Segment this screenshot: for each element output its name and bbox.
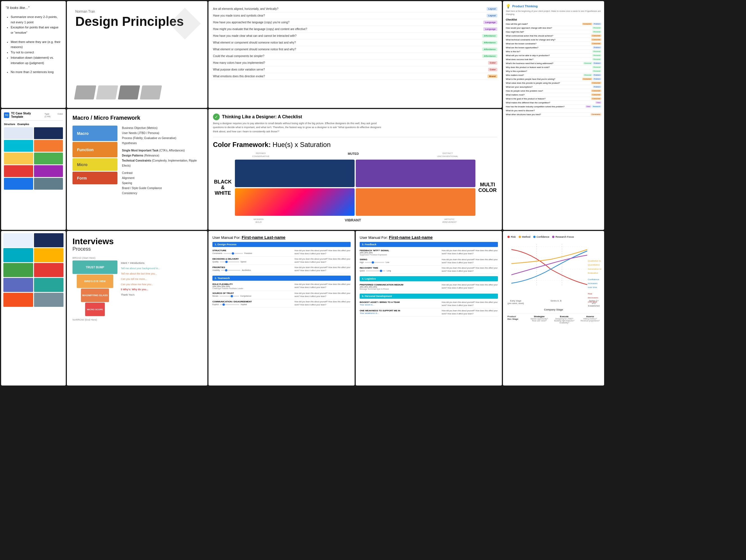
cf-subtitle-text: Hue(s) x Saturation	[272, 141, 331, 148]
um1-comm-row: COMMUNICATION / DISAGREEMENT Explicit Im…	[212, 299, 351, 308]
mm-desc-6: Design Patterns (Relevance)	[122, 153, 202, 158]
tc-case-study-card: TC TC Case Study Template Type (1:49) Co…	[1, 109, 66, 230]
screenshot-2	[34, 127, 63, 139]
tld-checkmark-icon: ✓	[213, 113, 220, 120]
um2-asset-label: BIGGEST ASSET / BRING TO A TEAM	[360, 301, 400, 304]
um1-slider-bar-2	[220, 261, 239, 262]
um1-decisions-slider: Quality Speed	[212, 261, 246, 263]
um1-trust-slider: Morals Competence	[212, 295, 252, 297]
um2-high: High	[360, 261, 364, 263]
col1-bullet-1: Summarize once every 2-3 points, not eve…	[11, 14, 61, 25]
int-labels-broad: BROAD (Start Here)	[73, 256, 202, 259]
um1-slider-bar-1	[223, 253, 243, 254]
questions-list: Are all elements aligned, horizontally, …	[213, 6, 497, 80]
pt-item-3: What controversial action that this shou…	[506, 34, 601, 38]
rc-x-header: Company Stage	[508, 308, 600, 311]
interviews-card: Interviews Process BROAD (Start Here) TR…	[67, 231, 207, 386]
um1-comm-slider: Explicit Implied	[212, 304, 252, 305]
um2-asset-q: How did you learn this about yourself? H…	[442, 301, 498, 307]
pt-item-8: What will you not be able to skip in pro…	[506, 54, 601, 58]
um1-comm-label: COMMUNICATION / DISAGREEMENT	[212, 300, 252, 303]
rc-legend-focus: Research Focus	[552, 235, 574, 238]
um1-competence: Competence	[240, 295, 252, 297]
q-badge-6: Affordance	[482, 48, 497, 51]
um2-weakness-row: ONE WEAKNESS TO SUPPORT ME IN Your weakn…	[360, 308, 498, 317]
rc-legend: Risk Method Confidence Research Focus	[508, 235, 600, 238]
screenshot-grid	[4, 127, 63, 190]
q-row-6: What element or component should someone…	[213, 46, 497, 53]
um2-slider-recovery	[366, 270, 385, 272]
rc-risk-label: Risk	[511, 235, 516, 238]
um1-trust-row: SOURCE OF TRUST Morals Competence How di…	[212, 291, 351, 299]
pt-items-list: How will this get made? Consumer Problem…	[506, 22, 601, 117]
cf-label-vibrant: VIBRANT	[345, 218, 361, 224]
rc-method-label: Method	[522, 235, 530, 238]
um2-section-3: 3. Feedback FEEDBACK 'WTF?' SIGNAL 25% 2…	[360, 242, 498, 274]
um2-signal-label: FEEDBACK 'WTF?' SIGNAL	[360, 249, 389, 252]
screenshot-5	[4, 152, 33, 164]
col1-bullet-2: Exception for points that are vague or "…	[11, 25, 61, 35]
pt-header: Product Thinking	[512, 4, 538, 8]
pt-item-0: How will this get made? Consumer Problem	[506, 22, 601, 26]
mm-block-form: Form	[73, 172, 117, 184]
col1-bullet-5: Intonation down (statement) vs. intonati…	[11, 55, 61, 65]
q-row-2: How have you approached the language (co…	[213, 19, 497, 26]
tc-examples-label: Examples	[18, 123, 29, 125]
q-row-1: Have you made icons and symbols clear? L…	[213, 12, 497, 19]
cf-label-modern: MODERNBOLD	[254, 218, 264, 224]
rc-x-labels: Early stage(pre-seed, seed) Series A, B …	[508, 300, 600, 307]
um2-recovery-label: RECOVERY TIME	[360, 267, 391, 269]
um2-recovery-slider: Quick Long	[360, 270, 391, 272]
cf-image-grid	[235, 160, 476, 216]
q-row-0: Are all elements aligned, horizontally, …	[213, 6, 497, 12]
um2-name: First-name Last-name	[389, 235, 433, 240]
q-row-4: How have you made clear what can and can…	[213, 33, 497, 39]
screenshot-3	[4, 140, 33, 152]
int-ann-4: Can you show me how you...	[121, 282, 160, 287]
product-thinking-card: 💡 Product Thinking Start here at the beg…	[503, 1, 604, 230]
pt-item-13: Who matters most? Personal Problem	[506, 73, 601, 77]
um2-weakness-label: ONE WEAKNESS TO SUPPORT ME IN	[360, 309, 400, 312]
tc-structure-label: Structure	[4, 123, 15, 125]
um2-long: Long	[386, 270, 391, 272]
cf-img-3	[235, 188, 354, 216]
tld-desc: Being a designer requires you to pay att…	[213, 121, 381, 134]
pt-item-11: Why does this product or feature want to…	[506, 65, 601, 69]
um2-comm-label: PREFERRED COMMUNICATION MEDIUM	[360, 283, 403, 286]
dp-diamond-graphic	[168, 7, 202, 40]
um2-swing-row: SWING High Low How did you learn this ab…	[360, 257, 498, 265]
int-funnel-1: TRUST BUMP	[73, 260, 117, 274]
q-text-7: Could the visual components be simpler?	[213, 55, 264, 58]
um2-sec3-header: 3. Feedback	[360, 242, 498, 247]
um2-weakness-q: How did you learn this about yourself? H…	[442, 309, 498, 315]
q-text-9: What purpose does color variation serve?	[213, 68, 265, 71]
rc-dot-focus	[552, 236, 554, 238]
cf-main-area: BLACK&WHITE MULTICOLOR	[213, 160, 497, 216]
user-manual-1-card: User Manual For: First-name Last-name 1.…	[208, 231, 354, 386]
cf-mc-label: MULTICOLOR	[478, 182, 497, 193]
q-badge-5: Affordance	[482, 41, 497, 45]
um2-header: User Manual For: First-name Last-name	[360, 235, 498, 240]
um2-recovery-q: How did you learn this about yourself? H…	[442, 267, 498, 273]
um1-structure-slider: Constraints Freedom	[212, 252, 252, 254]
um2-comm-labels: Message Text Email Sync In-Person	[360, 288, 403, 290]
cf-bw-label: BLACK&WHITE	[213, 179, 233, 196]
q-badge-4: Affordance	[482, 34, 497, 38]
pt-item-21: How has the broader industry competition…	[506, 105, 601, 109]
pt-subheader: Start here at the beginning of your clie…	[506, 9, 601, 16]
int-ann-0: Intent + Introductions	[121, 260, 160, 266]
pt-item-1: How would your approach change with less…	[506, 26, 601, 30]
um1-slider-bar-3	[221, 270, 240, 271]
pt-item-10: What's the business need that is being a…	[506, 61, 601, 65]
rc-ann-gen-to-eval: Generative toEvaluative	[588, 267, 601, 275]
um1-priorities-slider: Usability Aesthetics	[212, 269, 251, 271]
um2-comm-q: How did you learn this about yourself? H…	[442, 283, 498, 289]
um2-swing-label: SWING	[360, 258, 389, 261]
research-chart-card: Risk Method Confidence Research Focus	[503, 231, 604, 386]
tc-case-study-title: TC Case Study Template	[11, 112, 43, 118]
ss-b	[34, 233, 64, 247]
rc-right-annotations: Qualitative toQuantitative Generative to…	[588, 259, 601, 304]
um1-priorities-row: PRIORITIES Usability Aesthetics How did …	[212, 265, 351, 273]
q-row-5: What element or component should someone…	[213, 39, 497, 46]
q-row-10: What emotions does this direction evoke?…	[213, 73, 497, 80]
